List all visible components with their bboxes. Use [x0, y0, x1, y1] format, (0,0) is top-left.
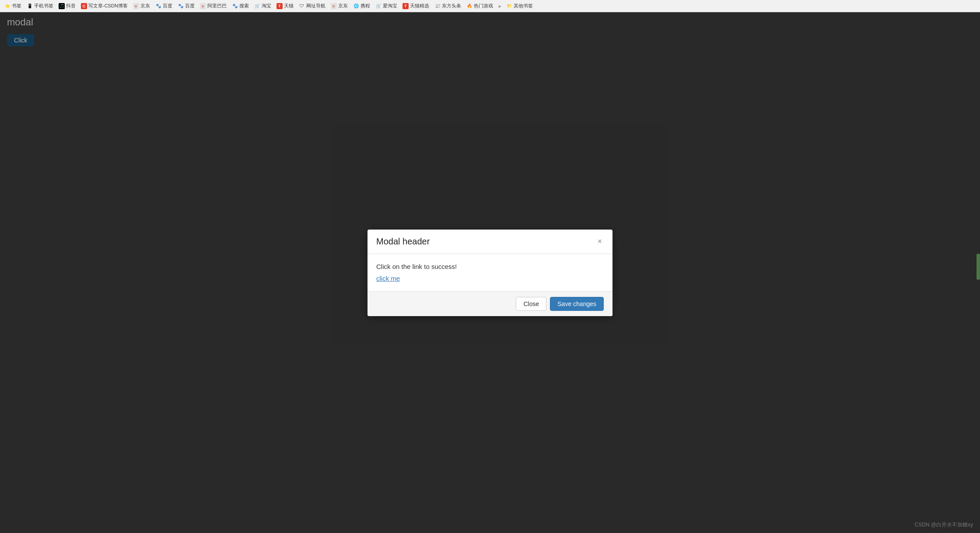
bookmark-alibaba[interactable]: e 阿里巴巴	[198, 2, 228, 10]
modal-link[interactable]: click me	[376, 275, 400, 282]
bookmark-csdn-icon: C	[81, 3, 87, 9]
bookmark-tianmao-select-icon: T	[402, 3, 409, 9]
bookmark-nav-icon: 🛡	[299, 3, 305, 9]
modal-body-text: Click on the link to success!	[376, 263, 604, 270]
bookmark-mobile-icon: 📱	[27, 3, 33, 9]
bookmark-games[interactable]: 🔥 热门游戏	[465, 2, 495, 10]
bookmark-alibaba-icon: e	[200, 3, 206, 9]
bookmark-tianmao[interactable]: T 天猫	[275, 2, 295, 10]
bookmark-star-icon: ⭐	[4, 3, 10, 9]
bookmark-others[interactable]: 📁 其他书签	[504, 2, 535, 10]
bookmark-baidu2-icon: 🐾	[178, 3, 184, 9]
modal-footer: Close Save changes	[368, 291, 612, 316]
bookmark-jd1-icon: e	[133, 3, 139, 9]
bookmark-mobile[interactable]: 📱 手机书签	[25, 2, 55, 10]
bookmark-douyin[interactable]: 🎵 抖音	[57, 2, 77, 10]
modal-title: Modal header	[376, 237, 430, 247]
modal-overlay: Modal header × Click on the link to succ…	[0, 12, 980, 533]
bookmark-search[interactable]: 🐾 搜索	[230, 2, 251, 10]
bookmark-more[interactable]: »	[497, 3, 503, 10]
bookmark-baidu1-icon: 🐾	[155, 3, 161, 9]
bookmark-folder-icon: 📁	[506, 3, 512, 9]
bookmark-baidu1[interactable]: 🐾 百度	[154, 2, 174, 10]
bookmark-tianmao-icon: T	[276, 3, 283, 9]
bookmark-taobao-icon: 🛒	[254, 3, 260, 9]
bookmark-games-icon: 🔥	[466, 3, 472, 9]
bookmark-ctrip[interactable]: 🌐 携程	[351, 2, 372, 10]
bookmark-aitaobao[interactable]: 🛒 爱淘宝	[374, 2, 399, 10]
bookmark-tianmao-select[interactable]: T 天猫精选	[401, 2, 431, 10]
modal-save-button[interactable]: Save changes	[550, 297, 604, 311]
bookmark-taobao[interactable]: 🛒 淘宝	[252, 2, 273, 10]
modal-close-x-button[interactable]: ×	[595, 237, 604, 245]
bookmark-toutiao[interactable]: 📰 东方头条	[433, 2, 463, 10]
bookmark-douyin-icon: 🎵	[59, 3, 65, 9]
bookmark-aitaobao-icon: 🛒	[375, 3, 382, 9]
modal-close-button[interactable]: Close	[516, 297, 546, 311]
modal-body: Click on the link to success! click me	[368, 254, 612, 291]
bookmark-toutiao-icon: 📰	[434, 3, 441, 9]
bookmark-ctrip-icon: 🌐	[353, 3, 359, 9]
modal-dialog: Modal header × Click on the link to succ…	[368, 230, 612, 316]
bookmark-jd1[interactable]: e 京东	[131, 2, 152, 10]
bookmark-jd2-icon: e	[331, 3, 337, 9]
bookmark-search-icon: 🐾	[232, 3, 238, 9]
bookmark-csdn[interactable]: C 写文章-CSDN博客	[79, 2, 130, 10]
bookmarks-bar: ⭐ 书签 📱 手机书签 🎵 抖音 C 写文章-CSDN博客 e 京东 🐾 百度 …	[0, 0, 980, 12]
modal-header: Modal header ×	[368, 230, 612, 254]
bookmark-bookmarks[interactable]: ⭐ 书签	[3, 2, 23, 10]
bookmark-baidu2[interactable]: 🐾 百度	[176, 2, 196, 10]
bookmark-jd2[interactable]: e 京东	[329, 2, 350, 10]
bookmark-nav[interactable]: 🛡 网址导航	[297, 2, 327, 10]
